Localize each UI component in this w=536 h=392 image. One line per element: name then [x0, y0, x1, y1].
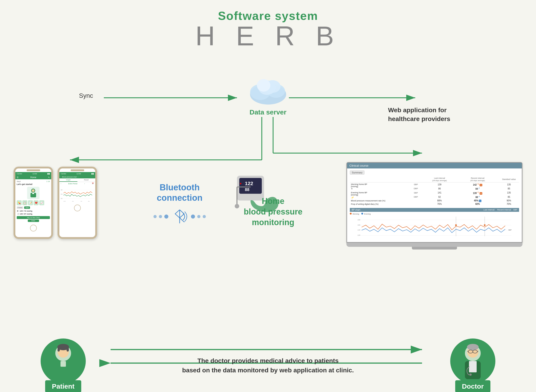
table-row: Prop of writing digital diary (%) 76% 82… — [350, 202, 519, 206]
time-label: 12:00 — [32, 173, 37, 175]
pill-icon-box[interactable]: 💊 — [17, 200, 22, 205]
diary-button[interactable]: July 1st Mon Diary — [17, 216, 50, 219]
back-icon: ‹ — [61, 176, 61, 178]
period-label: Entire Period — [68, 183, 77, 184]
chart-interval-labels: Last Interval Recent Interval SBP — [483, 209, 517, 211]
morning-bp: 125 / 72 mmHg — [20, 210, 32, 212]
evening-bp: 139 / 87 mmHg — [20, 213, 32, 215]
bp-chart-section: BP chart Last Interval Recent Interval S… — [350, 208, 519, 239]
chart-icon-box[interactable]: 📈 — [39, 200, 44, 205]
phone2-tabs: Graph Result — [59, 178, 95, 182]
svg-text:1/24: 1/24 — [72, 201, 74, 202]
phone-1: Carrier 12:00 ▮▮▮ ☰ Home ✎ Step1 1 /14 L… — [14, 167, 53, 239]
svg-point-50 — [484, 224, 485, 226]
doctor-avatar — [450, 338, 495, 384]
svg-text:120: 120 — [357, 234, 360, 236]
edit-icon: ✎ — [48, 176, 50, 179]
patient-label: Patient — [45, 380, 81, 392]
sun-icon: ☀ — [17, 210, 19, 212]
svg-text:2/25: 2/25 — [81, 201, 82, 202]
bp-area-chart: 180 160 140 120 SBP — [350, 216, 519, 238]
cloud-icon — [245, 74, 291, 106]
laptop-section: Clinical course Summary Last interval(28… — [347, 162, 522, 250]
svg-text:88: 88 — [245, 187, 249, 192]
phone-avatar — [27, 187, 40, 199]
home-title: Home — [30, 176, 36, 179]
patient-section: Patient — [41, 338, 86, 392]
bp-line-chart-small: 180 140 100 12/24 1/24 2/25 3/25 — [60, 185, 94, 203]
start-button[interactable]: Start — [24, 206, 30, 209]
phone2-header: ‹ Blood pressure chart ↑ — [59, 175, 95, 178]
svg-text:3/25: 3/25 — [88, 201, 90, 202]
phone-greeting: Let's get started — [17, 183, 50, 185]
enter-button[interactable]: Enter — [28, 219, 39, 222]
phone-start-row: 5 mins Start — [17, 206, 50, 209]
svg-text:180: 180 — [61, 189, 63, 191]
calendar-icon-box[interactable]: 📋 — [22, 200, 27, 205]
phones-section: Carrier 12:00 ▮▮▮ ☰ Home ✎ Step1 1 /14 L… — [14, 167, 97, 239]
bottom-section: Patient The doctor provides medical advi… — [0, 338, 536, 392]
cloud-section: Data server — [241, 74, 295, 116]
bt-dot-2 — [159, 215, 162, 218]
time-2-label: 12:00 — [77, 173, 81, 175]
svg-rect-67 — [469, 361, 477, 372]
svg-rect-55 — [67, 347, 69, 352]
phone-2: Carrier 12:00 ▮▮▮ ‹ Blood pressure chart… — [58, 167, 97, 239]
bt-dot-3 — [164, 215, 168, 219]
tab-graph[interactable]: Graph — [59, 178, 77, 182]
chart-title: Blood pressure chart — [62, 176, 77, 178]
bluetooth-wave-icon — [171, 208, 189, 226]
bp-chart-title: BP chart — [352, 209, 360, 211]
doctor-description: The doctor provides medical advice to pa… — [182, 356, 354, 375]
next-icon[interactable]: › — [84, 183, 85, 184]
prev-icon[interactable]: ‹ — [61, 183, 61, 184]
svg-rect-19 — [32, 193, 34, 194]
bluetooth-dots — [153, 208, 206, 226]
svg-text:180: 180 — [357, 219, 360, 221]
home-button-2[interactable] — [74, 205, 81, 211]
laptop-screen: Clinical course Summary Last interval(28… — [347, 162, 522, 243]
svg-point-49 — [455, 224, 457, 226]
bt-dot-1 — [153, 215, 157, 218]
phone-step: Step1 1 /14 — [17, 181, 50, 182]
signal-icon: ▮▮▮ — [47, 173, 50, 175]
doctor-section: Doctor — [450, 338, 495, 392]
doctor-label: Doctor — [455, 380, 491, 392]
table-row: Evening home BP[mmHg]🌙 SBP 141 139+2 H 1… — [350, 191, 519, 195]
clinical-header: Clinical course — [347, 163, 522, 168]
svg-point-68 — [469, 373, 472, 376]
title-section: Software system H E R B — [0, 0, 536, 51]
svg-rect-57 — [60, 361, 66, 367]
carrier-2-label: Carrier — [61, 173, 66, 175]
patient-avatar — [41, 338, 86, 384]
phone-icons-row: 💊 📋 📝 ❤️ 📈 — [17, 200, 50, 205]
svg-text:12/24: 12/24 — [63, 201, 65, 202]
calendar-icon[interactable]: 📅 — [92, 183, 94, 184]
bluetooth-section: Bluetooth connection — [153, 182, 206, 226]
svg-point-18 — [32, 189, 35, 192]
heart-icon-box[interactable]: ❤️ — [34, 200, 39, 205]
moon-icon: ☽ — [17, 213, 19, 215]
morning-legend: Morning — [350, 213, 359, 215]
note-icon-box[interactable]: 📝 — [28, 200, 33, 205]
morning-bp-row: ☀ 125 / 72 mmHg — [17, 210, 50, 212]
svg-text:122: 122 — [245, 181, 253, 186]
bluetooth-label: Bluetooth connection — [153, 182, 206, 203]
summary-badge: Summary — [350, 170, 365, 175]
summary-table: Last interval(28-days average) Recent in… — [350, 176, 519, 206]
period-bar: ‹ Entire Period › 📅 — [59, 182, 95, 185]
doctor-figure — [455, 341, 491, 381]
doctor-avatar-small — [28, 188, 38, 198]
bp-chart-legend: Morning Evening — [350, 212, 519, 216]
phone-2-notch — [71, 169, 84, 171]
svg-point-60 — [467, 344, 479, 350]
phone-home-content: Step1 1 /14 Let's get started 💊 � — [15, 179, 51, 223]
carrier-label: Carrier — [17, 173, 22, 175]
home-button[interactable] — [30, 225, 37, 231]
tab-result[interactable]: Result — [77, 178, 96, 182]
phone-notch — [27, 169, 40, 171]
svg-text:SBP: SBP — [508, 229, 512, 231]
menu-icon: ☰ — [17, 176, 18, 179]
data-server-label: Data server — [241, 108, 295, 116]
bt-dot-5 — [197, 215, 200, 218]
